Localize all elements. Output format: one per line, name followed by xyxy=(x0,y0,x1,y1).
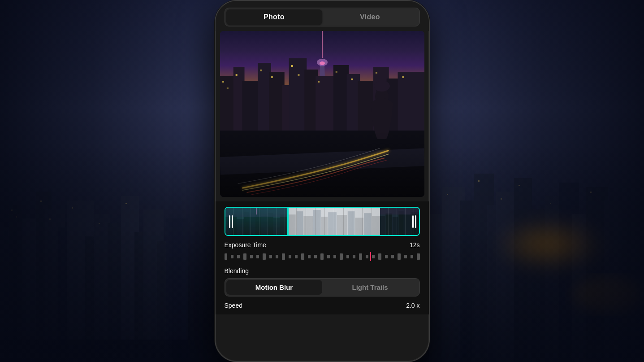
person-silhouette xyxy=(362,76,402,139)
camera-preview xyxy=(220,31,424,197)
timeline-strip[interactable] xyxy=(225,207,420,236)
svg-rect-20 xyxy=(99,223,100,224)
svg-rect-108 xyxy=(386,213,392,235)
svg-rect-96 xyxy=(296,211,303,235)
svg-rect-53 xyxy=(269,72,285,139)
svg-rect-72 xyxy=(335,71,337,73)
phone-device: Photo Video xyxy=(215,0,430,362)
tick xyxy=(263,253,265,260)
svg-rect-58 xyxy=(333,65,349,139)
svg-rect-57 xyxy=(316,76,336,139)
svg-rect-73 xyxy=(351,79,353,80)
svg-rect-64 xyxy=(222,81,224,83)
timeline-left-handle[interactable] xyxy=(229,215,233,228)
tick xyxy=(308,255,311,258)
svg-rect-51 xyxy=(242,81,260,139)
mode-tab-selector: Photo Video xyxy=(225,8,420,26)
svg-rect-21 xyxy=(125,203,127,204)
svg-rect-17 xyxy=(40,201,42,202)
svg-rect-101 xyxy=(337,215,347,235)
timeline-middle-segment xyxy=(287,208,380,235)
tick xyxy=(359,253,362,260)
motion-blur-btn[interactable]: Motion Blur xyxy=(226,280,322,295)
exposure-slider[interactable] xyxy=(225,252,420,261)
svg-rect-40 xyxy=(519,185,520,186)
svg-rect-104 xyxy=(364,213,372,235)
tick xyxy=(417,253,419,260)
exposure-label: Exposure Time xyxy=(225,241,266,249)
blending-label: Blending xyxy=(225,267,420,275)
svg-rect-111 xyxy=(404,214,411,235)
tick xyxy=(243,253,246,260)
controls-panel: Exposure Time 12s xyxy=(216,201,429,314)
svg-rect-85 xyxy=(244,212,249,235)
svg-rect-38 xyxy=(478,180,480,182)
tick xyxy=(289,255,291,258)
timeline-cut-line xyxy=(287,208,289,235)
svg-rect-92 xyxy=(225,208,287,217)
svg-rect-88 xyxy=(261,216,268,235)
preview-image xyxy=(220,31,424,197)
speed-label: Speed xyxy=(225,302,242,309)
svg-rect-105 xyxy=(372,216,380,235)
slider-thumb[interactable] xyxy=(370,252,371,261)
svg-rect-69 xyxy=(291,65,293,67)
svg-rect-42 xyxy=(590,192,592,193)
tick xyxy=(269,255,272,258)
svg-rect-74 xyxy=(375,72,377,74)
tick xyxy=(404,255,407,258)
tick xyxy=(231,255,233,258)
photo-tab[interactable]: Photo xyxy=(226,9,322,25)
timeline-right-handle[interactable] xyxy=(412,215,416,228)
svg-rect-70 xyxy=(298,74,299,76)
svg-rect-90 xyxy=(273,218,280,235)
svg-rect-41 xyxy=(550,203,551,204)
svg-rect-98 xyxy=(313,210,321,235)
light-trails-btn[interactable]: Light Trails xyxy=(322,280,418,295)
tick xyxy=(320,253,323,260)
tick xyxy=(340,253,342,260)
svg-rect-100 xyxy=(328,212,337,235)
svg-rect-19 xyxy=(72,207,73,209)
svg-point-80 xyxy=(374,81,390,92)
svg-rect-81 xyxy=(225,208,287,235)
svg-rect-68 xyxy=(271,76,273,78)
speed-value: 2.0 x xyxy=(406,302,419,309)
tick xyxy=(366,255,368,258)
svg-rect-71 xyxy=(318,81,320,83)
tick xyxy=(346,255,349,258)
svg-rect-39 xyxy=(501,198,502,200)
svg-rect-18 xyxy=(49,218,51,220)
svg-rect-55 xyxy=(289,58,307,139)
tick xyxy=(314,255,317,258)
svg-rect-99 xyxy=(321,217,328,235)
tick xyxy=(411,255,413,258)
tick xyxy=(256,255,259,258)
tick xyxy=(385,255,388,258)
svg-rect-65 xyxy=(226,87,228,89)
tick xyxy=(237,255,240,258)
svg-rect-113 xyxy=(380,208,419,214)
svg-rect-94 xyxy=(287,208,380,235)
svg-rect-110 xyxy=(398,211,404,235)
svg-rect-109 xyxy=(393,217,398,235)
tick xyxy=(295,255,298,258)
svg-rect-16 xyxy=(16,216,17,218)
svg-rect-102 xyxy=(348,211,355,235)
svg-rect-91 xyxy=(280,214,287,235)
svg-rect-15 xyxy=(11,209,13,211)
svg-rect-66 xyxy=(235,74,237,76)
tick xyxy=(301,253,304,260)
svg-rect-87 xyxy=(255,210,261,235)
video-tab[interactable]: Video xyxy=(322,9,418,25)
tick xyxy=(353,255,355,258)
svg-rect-67 xyxy=(260,70,262,71)
timeline-left-segment xyxy=(225,208,287,235)
svg-rect-103 xyxy=(355,218,363,235)
tick xyxy=(327,255,330,258)
tick xyxy=(378,253,381,260)
tick xyxy=(282,253,285,260)
exposure-value: 12s xyxy=(410,241,420,249)
svg-rect-37 xyxy=(447,194,448,195)
phone-top-bar: Photo Video xyxy=(216,1,429,31)
